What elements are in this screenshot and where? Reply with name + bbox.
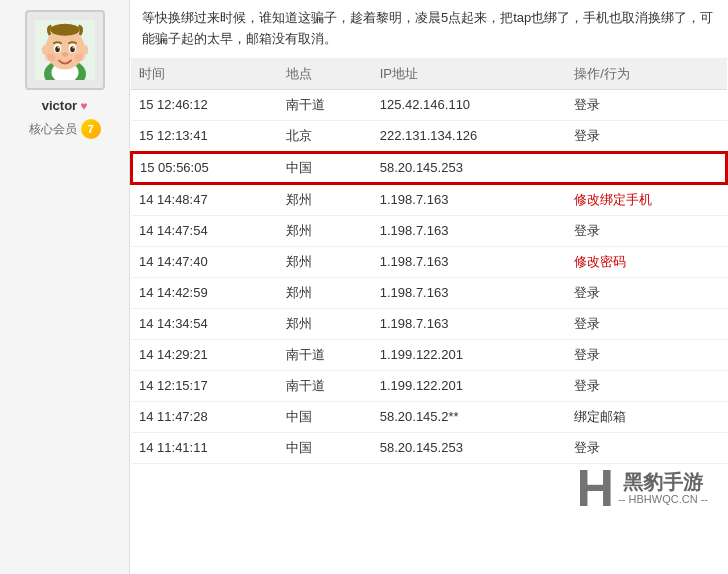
cell-ip: 1.199.122.201: [372, 339, 566, 370]
cell-action: 登录: [566, 370, 727, 401]
cell-time: 14 14:34:54: [131, 308, 278, 339]
cell-time: 14 12:15:17: [131, 370, 278, 401]
cell-location: 中国: [278, 152, 372, 184]
top-text-area: 等快换绑过来时候，谁知道这骗子，趁着黎明，凌晨5点起来，把tap也绑了，手机也取…: [130, 0, 728, 59]
table-row: 15 05:56:05中国58.20.145.253: [131, 152, 727, 184]
cell-ip: 1.198.7.163: [372, 308, 566, 339]
svg-point-9: [55, 46, 60, 52]
cell-action: 绑定邮箱: [566, 401, 727, 432]
table-row: 15 12:46:12南干道125.42.146.110登录: [131, 89, 727, 120]
cell-action: 登录: [566, 120, 727, 152]
col-header-ip: IP地址: [372, 59, 566, 90]
username-row: victor ♥: [42, 98, 88, 113]
svg-point-11: [57, 47, 59, 49]
table-row: 14 12:15:17南干道1.199.122.201登录: [131, 370, 727, 401]
heart-icon: ♥: [80, 99, 87, 113]
cell-time: 14 14:42:59: [131, 277, 278, 308]
cell-action: 登录: [566, 277, 727, 308]
log-table-container[interactable]: 时间 地点 IP地址 操作/行为 15 12:46:12南干道125.42.14…: [130, 59, 728, 574]
col-header-location: 地点: [278, 59, 372, 90]
username-label: victor: [42, 98, 77, 113]
cell-ip: 1.198.7.163: [372, 215, 566, 246]
cell-action: 登录: [566, 89, 727, 120]
member-label: 核心会员: [29, 121, 77, 138]
cell-ip: 1.198.7.163: [372, 184, 566, 216]
sidebar: victor ♥ 核心会员 7: [0, 0, 130, 574]
svg-point-12: [72, 47, 74, 49]
table-row: 14 14:29:21南干道1.199.122.201登录: [131, 339, 727, 370]
cell-ip: 58.20.145.2**: [372, 401, 566, 432]
cell-ip: 58.20.145.253: [372, 432, 566, 463]
cell-location: 南干道: [278, 339, 372, 370]
member-row: 核心会员 7: [29, 119, 101, 139]
avatar: [25, 10, 105, 90]
col-header-action: 操作/行为: [566, 59, 727, 90]
cell-location: 北京: [278, 120, 372, 152]
cell-action: 修改密码: [566, 246, 727, 277]
table-row: 14 14:47:54郑州1.198.7.163登录: [131, 215, 727, 246]
cell-action: 修改绑定手机: [566, 184, 727, 216]
cell-action: 登录: [566, 339, 727, 370]
cell-time: 14 14:29:21: [131, 339, 278, 370]
cell-ip: 1.198.7.163: [372, 277, 566, 308]
cell-time: 14 14:48:47: [131, 184, 278, 216]
svg-point-5: [80, 45, 88, 56]
svg-point-14: [44, 54, 55, 62]
cell-location: 中国: [278, 401, 372, 432]
cell-action: 登录: [566, 432, 727, 463]
table-row: 14 14:48:47郑州1.198.7.163修改绑定手机: [131, 184, 727, 216]
col-header-time: 时间: [131, 59, 278, 90]
cell-action: 登录: [566, 308, 727, 339]
level-badge: 7: [81, 119, 101, 139]
svg-point-13: [62, 52, 68, 57]
cell-ip: 58.20.145.253: [372, 152, 566, 184]
cell-location: 中国: [278, 432, 372, 463]
table-row: 14 14:34:54郑州1.198.7.163登录: [131, 308, 727, 339]
table-header-row: 时间 地点 IP地址 操作/行为: [131, 59, 727, 90]
cell-location: 南干道: [278, 370, 372, 401]
cell-time: 14 14:47:40: [131, 246, 278, 277]
cell-location: 郑州: [278, 308, 372, 339]
cell-location: 郑州: [278, 277, 372, 308]
table-row: 14 14:42:59郑州1.198.7.163登录: [131, 277, 727, 308]
svg-point-15: [74, 54, 85, 62]
table-row: 14 11:41:11中国58.20.145.253登录: [131, 432, 727, 463]
cell-time: 14 11:47:28: [131, 401, 278, 432]
cell-time: 15 12:13:41: [131, 120, 278, 152]
table-row: 15 12:13:41北京222.131.134.126登录: [131, 120, 727, 152]
cell-ip: 1.198.7.163: [372, 246, 566, 277]
svg-point-6: [50, 24, 80, 36]
main-content: 等快换绑过来时候，谁知道这骗子，趁着黎明，凌晨5点起来，把tap也绑了，手机也取…: [130, 0, 728, 574]
cell-time: 14 14:47:54: [131, 215, 278, 246]
svg-point-4: [41, 45, 49, 56]
table-row: 14 14:47:40郑州1.198.7.163修改密码: [131, 246, 727, 277]
log-table: 时间 地点 IP地址 操作/行为 15 12:46:12南干道125.42.14…: [130, 59, 728, 464]
cell-ip: 125.42.146.110: [372, 89, 566, 120]
cell-action: 登录: [566, 215, 727, 246]
cell-location: 郑州: [278, 246, 372, 277]
cell-ip: 222.131.134.126: [372, 120, 566, 152]
cell-time: 15 05:56:05: [131, 152, 278, 184]
table-row: 14 11:47:28中国58.20.145.2**绑定邮箱: [131, 401, 727, 432]
svg-point-10: [70, 46, 75, 52]
cell-location: 南干道: [278, 89, 372, 120]
cell-location: 郑州: [278, 184, 372, 216]
cell-location: 郑州: [278, 215, 372, 246]
cell-time: 14 11:41:11: [131, 432, 278, 463]
cell-action: [566, 152, 727, 184]
cell-time: 15 12:46:12: [131, 89, 278, 120]
cell-ip: 1.199.122.201: [372, 370, 566, 401]
top-text-content: 等快换绑过来时候，谁知道这骗子，趁着黎明，凌晨5点起来，把tap也绑了，手机也取…: [142, 10, 713, 46]
